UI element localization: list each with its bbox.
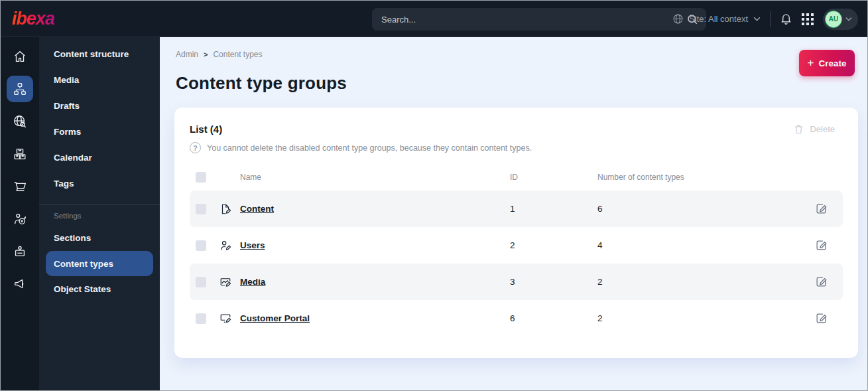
- site-context-label: Site: All context: [689, 14, 748, 24]
- delete-button[interactable]: Delete: [793, 123, 843, 135]
- select-all-checkbox[interactable]: [196, 172, 206, 183]
- breadcrumb-current: Content types: [213, 50, 262, 59]
- col-id: ID: [510, 173, 597, 182]
- group-count: 6: [597, 204, 815, 214]
- group-count: 2: [597, 313, 815, 323]
- commerce-cart-icon[interactable]: [7, 173, 33, 200]
- table-row-users: Users 2 4: [190, 227, 843, 264]
- sidebar-item-forms[interactable]: Forms: [39, 119, 160, 145]
- breadcrumb: Admin > Content types: [176, 50, 867, 59]
- products-icon[interactable]: [7, 141, 33, 167]
- list-title: List (4): [190, 123, 222, 135]
- sidebar-divider: [39, 204, 160, 205]
- sidebar-item-drafts[interactable]: Drafts: [39, 93, 160, 119]
- help-icon: ?: [190, 142, 201, 153]
- icon-rail: [1, 37, 39, 390]
- group-count: 2: [597, 277, 815, 287]
- notifications-bell-icon[interactable]: [780, 13, 792, 25]
- row-checkbox[interactable]: [196, 204, 206, 214]
- table-row-media: Media 3 2: [190, 264, 843, 300]
- sidebar-item-tags[interactable]: Tags: [39, 171, 160, 196]
- col-count: Number of content types: [597, 173, 815, 182]
- ibexa-admin-window: ibexa Site: All context: [0, 0, 868, 391]
- content-type-groups-table: Name ID Number of content types: [190, 164, 843, 337]
- app-grid-icon[interactable]: [802, 13, 814, 25]
- group-link[interactable]: Media: [240, 277, 265, 287]
- edit-button[interactable]: [815, 275, 843, 288]
- row-checkbox[interactable]: [196, 313, 206, 324]
- image-edit-icon: [219, 276, 240, 288]
- topbar-actions: Site: All context AU: [672, 1, 858, 37]
- breadcrumb-admin[interactable]: Admin: [176, 50, 198, 59]
- personalization-icon[interactable]: [7, 206, 33, 232]
- sidebar-item-object-states[interactable]: Object States: [39, 276, 160, 302]
- file-edit-icon: [219, 203, 240, 215]
- table-row-content: Content 1 6: [190, 191, 843, 227]
- site-context-selector[interactable]: Site: All context: [672, 13, 761, 25]
- sidebar-item-content-structure[interactable]: Content structure: [39, 41, 160, 67]
- user-edit-icon: [219, 240, 240, 252]
- table-row-customer-portal: Customer Portal 6 2: [190, 300, 843, 337]
- group-count: 4: [597, 240, 815, 250]
- chevron-down-icon: [753, 17, 761, 21]
- group-id: 2: [510, 240, 597, 250]
- main-content: Admin > Content types + Create Content t…: [160, 37, 867, 390]
- sidebar-item-calendar[interactable]: Calendar: [39, 145, 160, 171]
- user-menu[interactable]: AU: [823, 9, 858, 30]
- sidebar-item-media[interactable]: Media: [39, 67, 160, 93]
- group-link[interactable]: Users: [240, 240, 265, 250]
- edit-button[interactable]: [815, 312, 843, 325]
- row-checkbox[interactable]: [196, 240, 206, 251]
- search-input[interactable]: [381, 15, 686, 25]
- group-id: 3: [510, 277, 597, 287]
- trash-icon: [793, 123, 804, 135]
- chevron-down-icon: [845, 17, 852, 21]
- group-link[interactable]: Customer Portal: [240, 313, 310, 323]
- campaign-megaphone-icon[interactable]: [7, 271, 33, 297]
- delete-button-label: Delete: [810, 124, 835, 134]
- group-id: 6: [510, 313, 597, 323]
- admin-badge-icon[interactable]: [7, 238, 33, 265]
- edit-button[interactable]: [815, 202, 843, 215]
- content-structure-icon[interactable]: [7, 76, 33, 102]
- breadcrumb-separator: >: [204, 50, 208, 58]
- table-header: Name ID Number of content types: [190, 164, 843, 191]
- row-checkbox[interactable]: [196, 277, 206, 287]
- col-name: Name: [240, 173, 510, 182]
- create-button[interactable]: + Create: [799, 50, 855, 76]
- site-search-icon[interactable]: [7, 108, 33, 135]
- plus-icon: +: [808, 57, 814, 68]
- sidebar-settings-label: Settings: [39, 212, 160, 220]
- home-icon[interactable]: [7, 43, 33, 70]
- avatar: AU: [825, 11, 842, 28]
- content-type-groups-card: List (4) Delete ? You cannot delete the …: [174, 108, 858, 358]
- globe-icon: [672, 13, 684, 25]
- page-title: Content type groups: [176, 73, 867, 94]
- sidebar-item-content-types[interactable]: Content types: [46, 251, 153, 276]
- topbar: ibexa Site: All context: [1, 1, 867, 37]
- create-button-label: Create: [818, 58, 846, 68]
- group-link[interactable]: Content: [240, 204, 274, 214]
- sidebar-item-sections[interactable]: Sections: [39, 225, 160, 251]
- monitor-edit-icon: [219, 313, 240, 325]
- group-id: 1: [510, 204, 597, 214]
- global-search: [372, 8, 706, 31]
- help-text: You cannot delete the disabled content t…: [207, 143, 532, 153]
- edit-button[interactable]: [815, 239, 843, 252]
- topbar-divider: [770, 11, 771, 27]
- help-note: ? You cannot delete the disabled content…: [190, 142, 843, 153]
- ibexa-logo[interactable]: ibexa: [12, 10, 54, 28]
- sidebar-menu: Content structure Media Drafts Forms Cal…: [39, 37, 160, 390]
